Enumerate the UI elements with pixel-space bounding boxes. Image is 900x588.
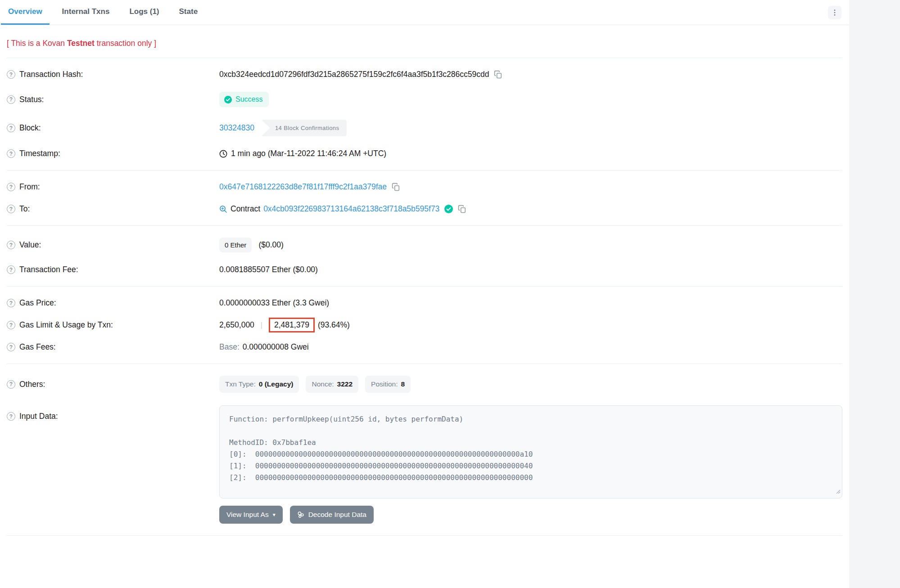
row-value: 2,650,000 | 2,481,379 (93.64%) bbox=[219, 320, 842, 330]
copy-icon bbox=[392, 183, 400, 191]
row-label: ? Transaction Hash: bbox=[7, 70, 219, 79]
gas-limit-value: 2,650,000 bbox=[219, 320, 254, 330]
help-icon[interactable]: ? bbox=[7, 343, 15, 351]
position-key: Position: bbox=[371, 380, 398, 388]
input-data-label: Input Data: bbox=[19, 412, 58, 421]
row-label: ? To: bbox=[7, 204, 219, 214]
row-label: ? Gas Limit & Usage by Txn: bbox=[7, 320, 219, 330]
row-value: Success bbox=[219, 92, 842, 107]
check-circle-icon bbox=[224, 96, 232, 103]
transaction-fee-label: Transaction Fee: bbox=[19, 265, 78, 274]
row-gas-price: ? Gas Price: 0.0000000033 Ether (3.3 Gwe… bbox=[7, 292, 842, 314]
row-value: Contract 0x4cb093f226983713164a62138c3f7… bbox=[219, 204, 842, 214]
copy-to-address-button[interactable] bbox=[458, 205, 466, 213]
gas-fees-base-label: Base: bbox=[219, 342, 240, 352]
row-label: ? Status: bbox=[7, 95, 219, 104]
row-value: 0xcb324eedcd1d07296fdf3d215a2865275f159c… bbox=[219, 70, 842, 79]
row-label: ? Others: bbox=[7, 380, 219, 389]
others-label: Others: bbox=[19, 380, 45, 389]
transaction-hash-value: 0xcb324eedcd1d07296fdf3d215a2865275f159c… bbox=[219, 70, 489, 79]
row-value: 0.0081885507 Ether ($0.00) bbox=[219, 265, 842, 274]
help-icon[interactable]: ? bbox=[7, 183, 15, 191]
row-transaction-fee: ? Transaction Fee: 0.0081885507 Ether ($… bbox=[7, 259, 842, 281]
section-addresses: ? From: 0x647e7168122263d8e7f81f17fff9c2… bbox=[7, 171, 842, 225]
copy-from-address-button[interactable] bbox=[392, 183, 400, 191]
timestamp-label: Timestamp: bbox=[19, 149, 60, 158]
section-gas: ? Gas Price: 0.0000000033 Ether (3.3 Gwe… bbox=[7, 287, 842, 364]
content: [ This is a Kovan Testnet transaction on… bbox=[0, 25, 849, 536]
position-badge: Position: 8 bbox=[365, 376, 411, 393]
block-number-link[interactable]: 30324830 bbox=[219, 123, 254, 133]
row-value: 30324830 14 Block Confirmations bbox=[219, 120, 842, 136]
row-label: ? From: bbox=[7, 182, 219, 192]
input-data-column: Function: performUpkeep(uint256 id, byte… bbox=[219, 405, 842, 524]
status-badge: Success bbox=[219, 92, 269, 107]
help-icon[interactable]: ? bbox=[7, 124, 15, 132]
row-gas-fees: ? Gas Fees: Base: 0.000000008 Gwei bbox=[7, 336, 842, 358]
help-icon[interactable]: ? bbox=[7, 149, 15, 158]
section-others-input: ? Others: Txn Type: 0 (Legacy) Nonce: 32… bbox=[7, 364, 842, 535]
row-block: ? Block: 30324830 14 Block Confirmations bbox=[7, 113, 842, 143]
gas-limit-usage-label: Gas Limit & Usage by Txn: bbox=[19, 320, 113, 330]
verified-check-icon bbox=[444, 205, 453, 213]
status-label: Status: bbox=[19, 95, 44, 104]
row-label: ? Input Data: bbox=[7, 405, 219, 421]
row-value: Txn Type: 0 (Legacy) Nonce: 3222 Positio… bbox=[219, 376, 842, 393]
to-label: To: bbox=[19, 204, 30, 214]
txn-type-badge: Txn Type: 0 (Legacy) bbox=[219, 376, 299, 393]
help-icon[interactable]: ? bbox=[7, 70, 15, 79]
decode-icon bbox=[297, 511, 304, 518]
help-icon[interactable]: ? bbox=[7, 412, 15, 421]
row-label: ? Value: bbox=[7, 240, 219, 250]
help-icon[interactable]: ? bbox=[7, 205, 15, 213]
tab-overview[interactable]: Overview bbox=[1, 0, 50, 25]
row-label: ? Timestamp: bbox=[7, 149, 219, 158]
contract-word: Contract bbox=[231, 204, 260, 214]
row-to: ? To: Contract 0x4cb093f226983713164a621… bbox=[7, 198, 842, 220]
row-others: ? Others: Txn Type: 0 (Legacy) Nonce: 32… bbox=[7, 369, 842, 399]
row-value: 1 min ago (Mar-11-2022 11:46:24 AM +UTC) bbox=[219, 149, 842, 158]
block-label: Block: bbox=[19, 123, 41, 133]
copy-txhash-button[interactable] bbox=[494, 70, 502, 79]
help-icon[interactable]: ? bbox=[7, 321, 15, 329]
resize-handle-icon[interactable] bbox=[835, 486, 841, 498]
tab-overview-label: Overview bbox=[8, 7, 42, 16]
chevron-down-icon: ▾ bbox=[273, 512, 276, 517]
help-icon[interactable]: ? bbox=[7, 95, 15, 104]
transaction-fee-value: 0.0081885507 Ether ($0.00) bbox=[219, 265, 318, 274]
view-input-as-button[interactable]: View Input As ▾ bbox=[219, 506, 283, 524]
tab-state-label: State bbox=[179, 7, 198, 16]
txn-type-key: Txn Type: bbox=[225, 380, 256, 388]
to-address-link[interactable]: 0x4cb093f226983713164a62138c3f718a5b595f… bbox=[263, 204, 439, 214]
input-data-textarea[interactable]: Function: performUpkeep(uint256 id, byte… bbox=[219, 405, 842, 498]
help-icon[interactable]: ? bbox=[7, 241, 15, 249]
row-value: Base: 0.000000008 Gwei bbox=[219, 342, 842, 352]
from-address-link[interactable]: 0x647e7168122263d8e7f81f17fff9c2f1aa379f… bbox=[219, 182, 387, 192]
notice-prefix: [ This is a Kovan bbox=[7, 39, 67, 48]
notice-emphasis: Testnet bbox=[67, 39, 95, 48]
tab-state[interactable]: State bbox=[172, 0, 205, 25]
pipe-separator: | bbox=[261, 321, 262, 329]
tab-internal-txns[interactable]: Internal Txns bbox=[55, 0, 117, 25]
status-value: Success bbox=[235, 95, 262, 103]
notice-suffix: transaction only ] bbox=[95, 39, 156, 48]
help-icon[interactable]: ? bbox=[7, 265, 15, 274]
transaction-hash-label: Transaction Hash: bbox=[19, 70, 83, 79]
clock-icon bbox=[219, 150, 227, 158]
help-icon[interactable]: ? bbox=[7, 299, 15, 307]
help-icon[interactable]: ? bbox=[7, 380, 15, 389]
annotation-highlight-box: 2,481,379 bbox=[269, 318, 315, 332]
tab-logs[interactable]: Logs (1) bbox=[122, 0, 166, 25]
section-overview-top: ? Transaction Hash: 0xcb324eedcd1d07296f… bbox=[7, 58, 842, 170]
gas-price-label: Gas Price: bbox=[19, 298, 56, 308]
value-label: Value: bbox=[19, 240, 41, 250]
decode-input-data-button[interactable]: Decode Input Data bbox=[290, 506, 374, 524]
zoom-in-icon[interactable] bbox=[219, 205, 227, 213]
value-amount-badge: 0 Ether bbox=[219, 238, 252, 252]
row-timestamp: ? Timestamp: 1 min ago (Mar-11-2022 11:4… bbox=[7, 143, 842, 165]
tab-internal-txns-label: Internal Txns bbox=[62, 7, 110, 16]
testnet-notice: [ This is a Kovan Testnet transaction on… bbox=[7, 25, 842, 58]
row-gas-limit-usage: ? Gas Limit & Usage by Txn: 2,650,000 | … bbox=[7, 314, 842, 336]
tab-bar: Overview Internal Txns Logs (1) State ⋮ bbox=[0, 0, 849, 25]
more-options-button[interactable]: ⋮ bbox=[828, 6, 841, 19]
